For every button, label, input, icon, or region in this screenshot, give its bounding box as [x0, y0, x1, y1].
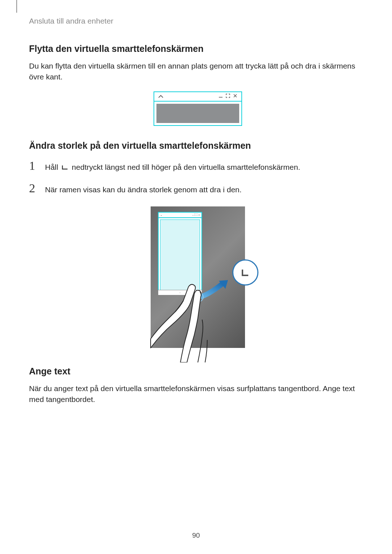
close-icon: [233, 93, 238, 99]
steps-list: 1 Håll nedtryckt längst ned till höger p…: [29, 160, 367, 196]
heading-move-virtual-screen: Flytta den virtuella smarttelefonskärmen: [29, 44, 367, 54]
chevron-down-icon: ⌄: [160, 213, 163, 217]
breadcrumb: Ansluta till andra enheter: [29, 17, 367, 25]
body-move-virtual-screen: Du kan flytta den virtuella skärmen till…: [29, 61, 367, 83]
heading-resize-virtual-screen: Ändra storlek på den virtuella smarttele…: [29, 140, 367, 151]
step-text-before: Håll: [45, 163, 60, 171]
page-edge-marker: [16, 0, 17, 13]
step-text: När ramen visas kan du ändra storlek gen…: [45, 184, 242, 195]
minimize-icon: [218, 93, 223, 99]
page-number: 90: [0, 532, 392, 539]
step-1: 1 Håll nedtryckt längst ned till höger p…: [29, 160, 367, 173]
body-enter-text: När du anger text på den virtuella smart…: [29, 383, 367, 405]
virtual-window: [154, 91, 242, 126]
drag-arrow-icon: [193, 277, 233, 303]
window-body-area: [156, 104, 239, 123]
resize-corner-icon: [61, 163, 69, 169]
window-controls-small: – ⛶ ×: [192, 213, 200, 217]
heading-enter-text: Ange text: [29, 366, 367, 377]
chevron-up-icon: [158, 94, 164, 99]
resize-handle-callout: [232, 259, 258, 286]
maximize-icon: [225, 93, 230, 99]
step-2: 2 När ramen visas kan du ändra storlek g…: [29, 182, 367, 195]
figure-resize-gesture: ⌄ – ⛶ × ○: [29, 206, 367, 348]
figure-window-titlebar: [29, 91, 367, 126]
step-text-after: nedtryckt längst ned till höger på den v…: [70, 163, 300, 171]
step-number: 2: [29, 182, 37, 194]
tablet-background: ⌄ – ⛶ × ○: [151, 206, 245, 348]
step-number: 1: [29, 160, 37, 172]
resize-corner-icon: [240, 267, 251, 278]
tablet-window-titlebar: ⌄ – ⛶ ×: [159, 213, 201, 218]
window-titlebar: [154, 92, 241, 102]
step-text: Håll nedtryckt längst ned till höger på …: [45, 162, 300, 173]
